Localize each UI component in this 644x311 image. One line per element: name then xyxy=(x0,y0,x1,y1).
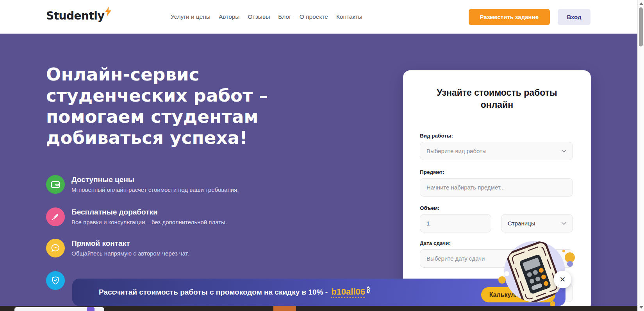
feature-description: Мгновенный онлайн-расчет стоимости под в… xyxy=(71,186,239,193)
feature-guarantee xyxy=(46,271,65,290)
strip-fragment-orange xyxy=(273,306,296,311)
work-type-placeholder: Выберите вид работы xyxy=(426,148,487,154)
due-date-label: Дата сдачи: xyxy=(420,240,451,246)
strip-fragment-purple xyxy=(87,307,95,311)
volume-input[interactable] xyxy=(420,214,491,232)
due-date-placeholder: Выберите дату сдачи xyxy=(426,255,485,262)
nav-contacts[interactable]: Контакты xyxy=(336,13,362,20)
decor-dot-white xyxy=(504,271,509,276)
wallet-icon xyxy=(46,175,65,194)
shield-check-icon xyxy=(46,271,65,290)
promo-text-block: Рассчитай стоимость работы с промокодом … xyxy=(100,279,369,306)
promo-text: Рассчитай стоимость работы с промокодом … xyxy=(99,288,328,297)
scroll-up-arrow-icon[interactable] xyxy=(639,2,643,5)
close-icon[interactable]: ✕ xyxy=(554,271,571,288)
feature-title: Бесплатные доработки xyxy=(71,207,227,217)
promo-code-link[interactable]: b10all06 xyxy=(331,287,365,298)
promo-banner: Рассчитай стоимость работы с промокодом … xyxy=(72,279,566,306)
subject-input[interactable] xyxy=(420,178,573,197)
subject-label: Предмет: xyxy=(420,169,444,175)
logo[interactable]: Studently xyxy=(46,9,111,22)
chevron-down-icon xyxy=(561,148,567,156)
volume-unit-select[interactable]: Страницы xyxy=(501,214,573,232)
calculator-icon xyxy=(504,241,565,302)
feature-description: Общайтесь напрямую с автором через чат. xyxy=(71,250,189,257)
scrollbar-thumb[interactable] xyxy=(639,7,643,46)
feature-title: Прямой контакт xyxy=(71,239,189,248)
header: Studently Услуги и цены Авторы Отзывы Бл… xyxy=(0,0,637,34)
nav-blog[interactable]: Блог xyxy=(278,13,291,20)
card-title: Узнайте стоимость работы онлайн xyxy=(403,87,591,111)
scrollbar xyxy=(637,0,644,311)
feature-contact: Прямой контакт Общайтесь напрямую с авто… xyxy=(46,239,189,257)
volume-unit-value: Страницы xyxy=(508,220,535,227)
nav-reviews[interactable]: Отзывы xyxy=(248,13,270,20)
nav-about[interactable]: О проекте xyxy=(300,13,328,20)
feature-title: Доступные цены xyxy=(71,175,239,184)
feature-prices: Доступные цены Мгновенный онлайн-расчет … xyxy=(46,175,239,194)
chat-icon xyxy=(46,239,65,257)
work-type-label: Вид работы: xyxy=(420,133,453,139)
nav-services[interactable]: Услуги и цены xyxy=(171,13,211,20)
page: Онлайн-сервис студенческих работ – помог… xyxy=(0,0,644,311)
next-section-strip xyxy=(0,306,637,311)
hero-heading: Онлайн-сервис студенческих работ – помог… xyxy=(46,64,343,148)
decor-dot-yellow-small xyxy=(562,250,565,252)
chevron-down-icon xyxy=(561,220,567,228)
login-button[interactable]: Вход xyxy=(558,9,590,25)
question-icon[interactable]: ? xyxy=(367,286,370,293)
work-type-select[interactable]: Выберите вид работы xyxy=(420,142,573,160)
pen-icon xyxy=(46,207,65,226)
feature-revisions: Бесплатные доработки Все правки и консул… xyxy=(46,207,227,226)
feature-description: Все правки и консультации – без дополнит… xyxy=(71,219,227,225)
nav-authors[interactable]: Авторы xyxy=(219,13,240,20)
main-nav: Услуги и цены Авторы Отзывы Блог О проек… xyxy=(171,0,362,34)
lightning-icon xyxy=(105,7,111,18)
decor-dot-purple xyxy=(567,261,573,267)
volume-label: Объем: xyxy=(420,205,439,211)
logo-text: Studently xyxy=(46,9,104,22)
calculator-illustration xyxy=(504,241,565,302)
scroll-down-arrow-icon[interactable] xyxy=(639,306,643,309)
decor-dot-yellow-left xyxy=(498,276,506,284)
post-task-button[interactable]: Разместить задание xyxy=(469,9,550,25)
